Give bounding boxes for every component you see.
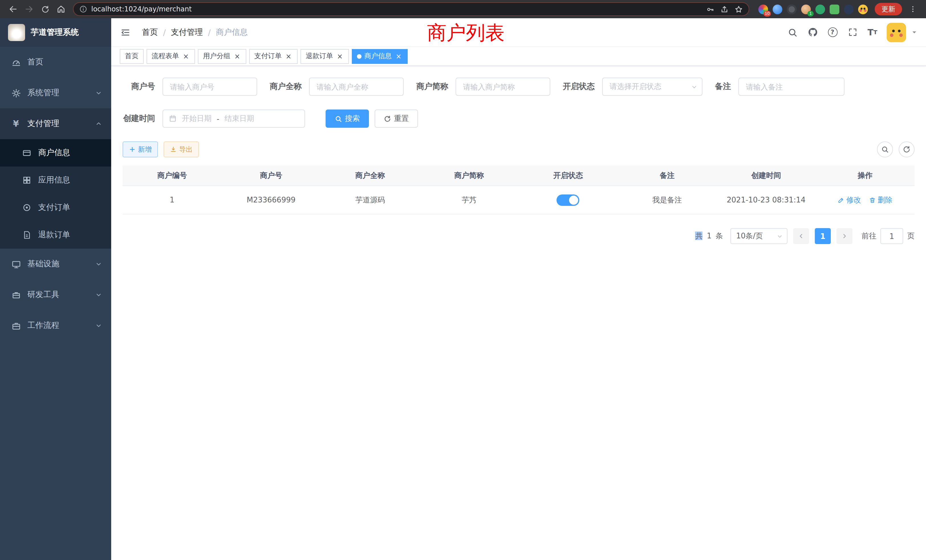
edit-link[interactable]: 修改 bbox=[838, 195, 861, 205]
browser-back-icon[interactable] bbox=[6, 2, 21, 17]
sidebar-item-label: 首页 bbox=[27, 57, 43, 67]
reset-button[interactable]: 重置 bbox=[375, 109, 418, 128]
password-key-icon[interactable] bbox=[706, 5, 714, 14]
tag-merchant-info[interactable]: 商户信息 bbox=[352, 49, 408, 64]
tag-label: 支付订单 bbox=[254, 51, 282, 61]
date-range-picker[interactable]: 开始日期 - 结束日期 bbox=[162, 109, 305, 128]
help-icon[interactable] bbox=[827, 27, 838, 38]
monitor-icon bbox=[11, 259, 21, 269]
extension-dark-navy-icon[interactable] bbox=[844, 4, 853, 14]
font-size-icon[interactable] bbox=[867, 27, 878, 38]
sidebar-item-merchant-info[interactable]: 商户信息 bbox=[0, 139, 111, 166]
tag-label: 流程表单 bbox=[152, 51, 179, 61]
browser-menu-dots-icon[interactable] bbox=[905, 2, 920, 17]
sidebar-item-app-info[interactable]: 应用信息 bbox=[0, 166, 111, 194]
show-search-toggle-icon[interactable] bbox=[877, 141, 893, 157]
filter-create-time: 创建时间 开始日期 - 结束日期 bbox=[123, 109, 305, 128]
toolbox-icon bbox=[11, 290, 21, 300]
filter-merchant-no: 商户号 bbox=[123, 77, 257, 96]
tag-user-group[interactable]: 用户分组 bbox=[198, 49, 246, 64]
export-button[interactable]: 导出 bbox=[163, 141, 199, 157]
browser-update-button[interactable]: 更新 bbox=[875, 3, 902, 15]
target-icon bbox=[22, 203, 32, 212]
page-size-select[interactable]: 10条/页 bbox=[731, 228, 787, 244]
goto-suffix: 页 bbox=[907, 231, 915, 241]
site-info-icon[interactable] bbox=[79, 5, 87, 13]
url-bar[interactable]: localhost:1024/pay/merchant bbox=[73, 2, 749, 16]
sidebar-item-refund-order[interactable]: 退款订单 bbox=[0, 221, 111, 249]
tag-refund-order[interactable]: 退款订单 bbox=[301, 49, 349, 64]
select-placeholder: 请选择开启状态 bbox=[610, 82, 661, 92]
user-avatar[interactable] bbox=[887, 23, 906, 42]
page-number-button[interactable]: 1 bbox=[815, 228, 831, 244]
delete-link[interactable]: 删除 bbox=[869, 195, 892, 205]
extension-colorful-icon[interactable]: 10 bbox=[758, 4, 768, 14]
browser-home-icon[interactable] bbox=[54, 2, 68, 17]
refresh-table-icon[interactable] bbox=[899, 141, 915, 157]
goto-page-input[interactable] bbox=[881, 228, 903, 244]
add-button[interactable]: 新增 bbox=[123, 141, 158, 157]
status-toggle[interactable] bbox=[557, 194, 580, 206]
merchant-no-input[interactable] bbox=[162, 77, 257, 96]
active-dot bbox=[357, 54, 362, 59]
sidebar-item-pay-order[interactable]: 支付订单 bbox=[0, 194, 111, 221]
bookmark-star-icon[interactable] bbox=[734, 5, 743, 14]
close-icon[interactable] bbox=[336, 52, 344, 60]
breadcrumb-home[interactable]: 首页 bbox=[142, 27, 158, 37]
extension-green-square-icon[interactable] bbox=[830, 4, 839, 14]
close-icon[interactable] bbox=[395, 52, 402, 60]
sidebar-menu: 首页 系统管理 支付管理 bbox=[0, 47, 111, 560]
avatar-caret-icon[interactable] bbox=[911, 29, 917, 35]
filter-remark: 备注 bbox=[715, 77, 844, 96]
next-page-button[interactable] bbox=[837, 228, 852, 244]
payment-submenu: 商户信息 应用信息 支付订单 bbox=[0, 139, 111, 249]
filter-status: 开启状态 请选择开启状态 bbox=[563, 77, 702, 96]
close-icon[interactable] bbox=[284, 52, 292, 60]
sidebar-item-workflow[interactable]: 工作流程 bbox=[0, 310, 111, 341]
browser-profile-avatar[interactable] bbox=[858, 4, 868, 14]
sidebar-item-system[interactable]: 系统管理 bbox=[0, 77, 111, 108]
search-icon[interactable] bbox=[787, 27, 798, 38]
extension-green-circle-icon[interactable] bbox=[816, 4, 825, 14]
close-icon[interactable] bbox=[182, 52, 190, 60]
tag-home[interactable]: 首页 bbox=[120, 49, 144, 64]
tag-process-form[interactable]: 流程表单 bbox=[147, 49, 195, 64]
close-icon[interactable] bbox=[233, 52, 241, 60]
extension-avatar-icon[interactable]: 1 bbox=[801, 4, 811, 14]
extension-blue-drop-icon[interactable] bbox=[773, 4, 782, 14]
browser-forward-icon[interactable] bbox=[22, 2, 36, 17]
status-select[interactable]: 请选择开启状态 bbox=[602, 77, 702, 96]
sidebar-item-home[interactable]: 首页 bbox=[0, 47, 111, 77]
end-date-placeholder: 结束日期 bbox=[224, 114, 254, 124]
breadcrumb-payment[interactable]: 支付管理 bbox=[171, 27, 203, 37]
remark-input[interactable] bbox=[738, 77, 844, 96]
pagination: 共 1 条 10条/页 1 bbox=[123, 228, 915, 244]
fullscreen-icon[interactable] bbox=[847, 27, 858, 38]
share-icon[interactable] bbox=[720, 5, 729, 14]
cell-merchant-id: 1 bbox=[123, 195, 221, 204]
briefcase-icon bbox=[11, 321, 21, 330]
extension-dark-circle-icon[interactable] bbox=[787, 4, 797, 14]
sidebar-item-payment[interactable]: 支付管理 bbox=[0, 108, 111, 139]
breadcrumb-current: 商户信息 bbox=[216, 27, 248, 37]
sidebar-item-dev-tools[interactable]: 研发工具 bbox=[0, 279, 111, 310]
tag-pay-order[interactable]: 支付订单 bbox=[249, 49, 298, 64]
pagination-goto: 前往 页 bbox=[862, 228, 915, 244]
sidebar-item-infrastructure[interactable]: 基础设施 bbox=[0, 249, 111, 279]
field-label: 备注 bbox=[715, 82, 738, 92]
github-icon[interactable] bbox=[807, 27, 818, 38]
chevron-up-icon bbox=[95, 120, 102, 127]
browser-refresh-icon[interactable] bbox=[38, 2, 53, 17]
merchant-table: 商户编号 商户号 商户全称 商户简称 开启状态 备注 创建时间 操作 1 M23… bbox=[123, 165, 915, 215]
full-name-input[interactable] bbox=[309, 77, 404, 96]
filter-row-2: 创建时间 开始日期 - 结束日期 搜索 bbox=[123, 109, 915, 128]
sidebar-logo[interactable]: 芋道管理系统 bbox=[0, 18, 111, 47]
pagination-total: 共 1 条 bbox=[695, 231, 725, 241]
prev-page-button[interactable] bbox=[793, 228, 809, 244]
sidebar-toggle-icon[interactable] bbox=[118, 25, 133, 39]
search-button[interactable]: 搜索 bbox=[325, 109, 369, 128]
start-date-placeholder: 开始日期 bbox=[182, 114, 212, 124]
short-name-input[interactable] bbox=[455, 77, 550, 96]
column-header: 操作 bbox=[816, 170, 915, 180]
yen-icon bbox=[11, 119, 21, 129]
